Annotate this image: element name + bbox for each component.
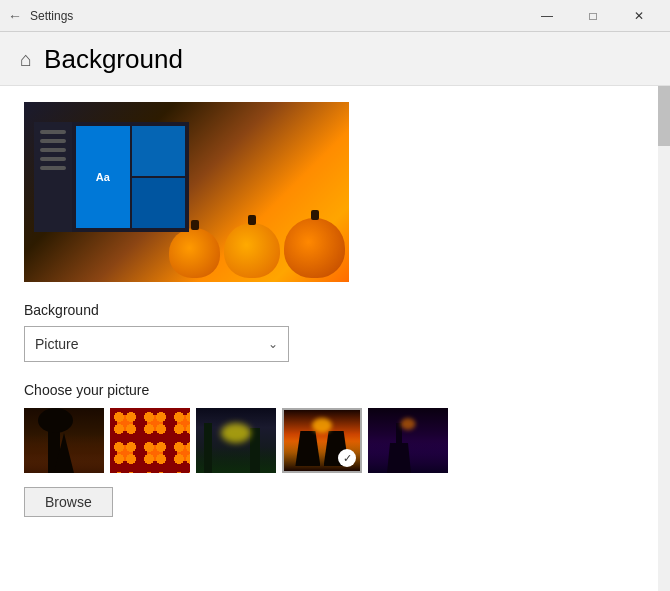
scrollbar-track[interactable] — [658, 86, 670, 591]
sidebar-line-5 — [40, 166, 66, 170]
desktop-sidebar — [34, 122, 72, 232]
tile-aa: Aa — [76, 126, 130, 228]
thumbnail-1[interactable] — [24, 408, 104, 473]
desktop-preview-container: Aa — [24, 102, 349, 282]
thumb2-pattern — [110, 408, 190, 473]
back-button[interactable]: ← — [8, 8, 22, 24]
desktop-mockup: Aa — [34, 122, 189, 232]
pumpkin-1 — [169, 228, 220, 278]
chevron-down-icon: ⌄ — [268, 337, 278, 351]
title-bar-left: ← Settings — [8, 8, 73, 24]
sidebar-line-4 — [40, 157, 66, 161]
preview-background: Aa — [24, 102, 349, 282]
page-title: Background — [44, 44, 183, 75]
sidebar-line-2 — [40, 139, 66, 143]
minimize-button[interactable]: — — [524, 0, 570, 32]
tile-small-1 — [132, 126, 186, 176]
scrollbar-thumb[interactable] — [658, 86, 670, 146]
background-type-dropdown[interactable]: Picture ⌄ — [24, 326, 289, 362]
pumpkin-2 — [224, 223, 280, 278]
background-section-label: Background — [24, 302, 634, 318]
browse-button[interactable]: Browse — [24, 487, 113, 517]
tile-small-2 — [132, 178, 186, 228]
close-button[interactable]: ✕ — [616, 0, 662, 32]
title-bar-controls: — □ ✕ — [524, 0, 662, 32]
thumbnail-5[interactable] — [368, 408, 448, 473]
thumbnail-3[interactable] — [196, 408, 276, 473]
sidebar-line-3 — [40, 148, 66, 152]
picture-grid: ✓ — [24, 408, 634, 473]
page-header: ⌂ Background — [0, 32, 670, 86]
selected-checkmark: ✓ — [338, 449, 356, 467]
pumpkin-3 — [284, 218, 345, 278]
desktop-tiles: Aa — [72, 122, 189, 232]
content-area: Aa Background Picture ⌄ Choose your pict… — [0, 86, 670, 591]
sidebar-line-1 — [40, 130, 66, 134]
main-panel: Aa Background Picture ⌄ Choose your pict… — [0, 86, 658, 591]
thumbnail-2[interactable] — [110, 408, 190, 473]
home-icon: ⌂ — [20, 48, 32, 71]
maximize-button[interactable]: □ — [570, 0, 616, 32]
pumpkin-group — [169, 152, 349, 282]
thumbnail-4-selected[interactable]: ✓ — [282, 408, 362, 473]
dropdown-value: Picture — [35, 336, 79, 352]
choose-picture-label: Choose your picture — [24, 382, 634, 398]
app-title: Settings — [30, 9, 73, 23]
title-bar: ← Settings — □ ✕ — [0, 0, 670, 32]
